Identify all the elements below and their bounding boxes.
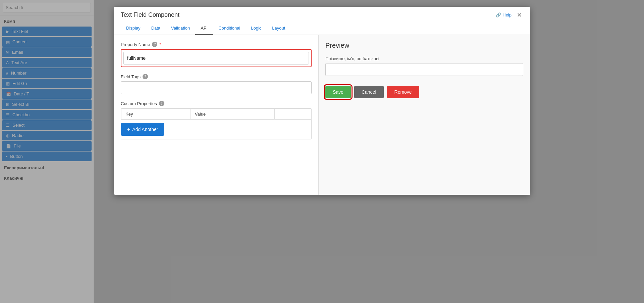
field-tags-input[interactable] [121, 81, 312, 94]
help-icon: 🔗 [496, 12, 501, 17]
property-name-help-icon: ? [152, 42, 157, 47]
custom-properties-table: Key Value [121, 109, 311, 120]
preview-input[interactable] [325, 63, 523, 76]
custom-properties-table-wrapper: Key Value + Add Another [121, 108, 312, 139]
cancel-button[interactable]: Cancel [354, 86, 384, 98]
left-panel: Property Name ? * Field Tags ? [114, 35, 319, 195]
plus-icon: + [127, 126, 130, 132]
col-key: Key [121, 109, 191, 120]
field-tags-group: Field Tags ? [121, 74, 312, 94]
preview-title: Preview [325, 42, 523, 49]
add-another-label: Add Another [132, 127, 158, 132]
add-another-button[interactable]: + Add Another [121, 123, 164, 136]
help-label: Help [502, 12, 512, 17]
preview-field-label: Прізвище, ім'я, по батькові [325, 56, 523, 61]
property-name-required: * [159, 42, 161, 47]
property-name-label: Property Name ? * [121, 42, 312, 47]
tab-api[interactable]: API [195, 22, 213, 35]
tab-display[interactable]: Display [121, 22, 146, 35]
modal-dialog: Text Field Component 🔗 Help ✕ Display Da… [114, 7, 530, 195]
custom-properties-group: Custom Properties ? Key Value [121, 101, 312, 139]
tab-data[interactable]: Data [146, 22, 166, 35]
field-tags-label-text: Field Tags [121, 74, 141, 79]
preview-buttons: Save Cancel Remove [325, 86, 523, 98]
right-panel: Preview Прізвище, ім'я, по батькові Save… [319, 35, 530, 195]
tab-validation[interactable]: Validation [166, 22, 195, 35]
modal-tabs: Display Data Validation API Conditional … [114, 22, 530, 35]
field-tags-label: Field Tags ? [121, 74, 312, 79]
remove-button[interactable]: Remove [387, 86, 419, 98]
property-name-wrapper [121, 49, 312, 67]
col-actions [274, 109, 311, 120]
help-link[interactable]: 🔗 Help [496, 12, 512, 17]
property-name-label-text: Property Name [121, 42, 150, 47]
close-button[interactable]: ✕ [516, 12, 523, 18]
tab-layout[interactable]: Layout [267, 22, 290, 35]
modal-header-right: 🔗 Help ✕ [496, 12, 523, 18]
save-button[interactable]: Save [325, 86, 351, 98]
tab-logic[interactable]: Logic [246, 22, 267, 35]
tab-conditional[interactable]: Conditional [213, 22, 246, 35]
modal-header: Text Field Component 🔗 Help ✕ [114, 7, 530, 22]
custom-properties-help-icon: ? [159, 101, 164, 106]
property-name-group: Property Name ? * [121, 42, 312, 67]
custom-properties-label: Custom Properties ? [121, 101, 312, 106]
modal-overlay: Text Field Component 🔗 Help ✕ Display Da… [0, 0, 644, 303]
modal-title: Text Field Component [121, 11, 179, 18]
property-name-input[interactable] [123, 52, 309, 64]
custom-properties-label-text: Custom Properties [121, 101, 157, 106]
field-tags-help-icon: ? [143, 74, 148, 79]
col-value: Value [191, 109, 274, 120]
modal-body: Property Name ? * Field Tags ? [114, 35, 530, 195]
